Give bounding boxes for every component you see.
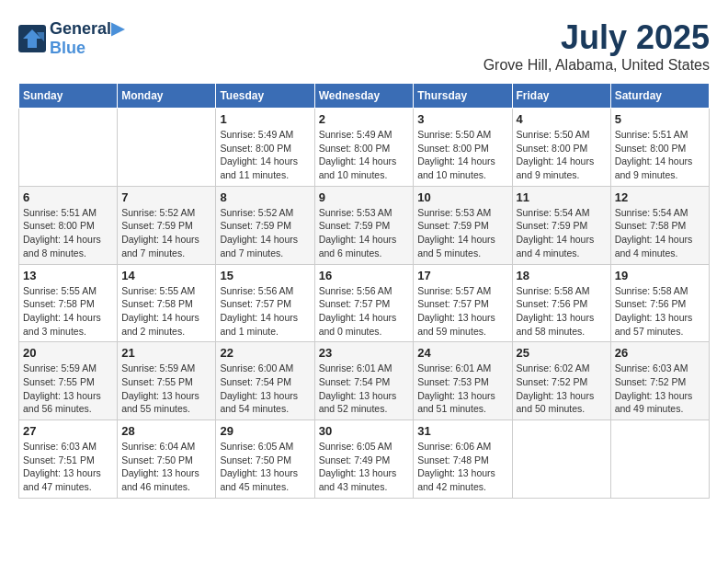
day-info: Sunrise: 5:49 AMSunset: 8:00 PMDaylight:… xyxy=(319,128,410,182)
day-info: Sunrise: 6:04 AMSunset: 7:50 PMDaylight:… xyxy=(121,440,211,494)
day-number: 31 xyxy=(417,424,507,438)
day-info: Sunrise: 6:03 AMSunset: 7:52 PMDaylight:… xyxy=(615,362,705,416)
day-number: 17 xyxy=(417,269,507,282)
calendar-cell: 14Sunrise: 5:55 AMSunset: 7:58 PMDayligh… xyxy=(118,264,216,342)
calendar-week-1: 1Sunrise: 5:49 AMSunset: 8:00 PMDaylight… xyxy=(19,109,710,187)
page-header: General▶ Blue July 2025 Grove Hill, Alab… xyxy=(18,18,710,74)
calendar-cell: 28Sunrise: 6:04 AMSunset: 7:50 PMDayligh… xyxy=(118,420,216,499)
calendar-cell: 11Sunrise: 5:54 AMSunset: 7:59 PMDayligh… xyxy=(512,186,610,264)
day-number: 21 xyxy=(121,346,211,360)
calendar-cell xyxy=(118,109,216,187)
calendar-cell: 4Sunrise: 5:50 AMSunset: 8:00 PMDaylight… xyxy=(512,109,610,187)
day-info: Sunrise: 5:52 AMSunset: 7:59 PMDaylight:… xyxy=(220,206,310,260)
col-friday: Friday xyxy=(512,84,610,109)
calendar-cell: 2Sunrise: 5:49 AMSunset: 8:00 PMDaylight… xyxy=(314,109,414,187)
calendar-week-4: 20Sunrise: 5:59 AMSunset: 7:55 PMDayligh… xyxy=(19,342,710,420)
day-info: Sunrise: 6:05 AMSunset: 7:50 PMDaylight:… xyxy=(220,440,310,494)
day-info: Sunrise: 5:59 AMSunset: 7:55 PMDaylight:… xyxy=(23,362,113,416)
location: Grove Hill, Alabama, United States xyxy=(483,57,710,74)
day-number: 10 xyxy=(417,190,507,204)
day-info: Sunrise: 5:54 AMSunset: 7:58 PMDaylight:… xyxy=(615,206,705,260)
calendar-cell: 19Sunrise: 5:58 AMSunset: 7:56 PMDayligh… xyxy=(610,264,709,342)
calendar-cell: 3Sunrise: 5:50 AMSunset: 8:00 PMDaylight… xyxy=(414,109,512,187)
calendar-cell: 24Sunrise: 6:01 AMSunset: 7:53 PMDayligh… xyxy=(414,342,512,420)
logo-text: General▶ Blue xyxy=(50,18,124,58)
day-info: Sunrise: 5:56 AMSunset: 7:57 PMDaylight:… xyxy=(220,284,310,339)
calendar-cell: 21Sunrise: 5:59 AMSunset: 7:55 PMDayligh… xyxy=(118,342,216,420)
day-number: 13 xyxy=(23,269,113,282)
day-info: Sunrise: 5:58 AMSunset: 7:56 PMDaylight:… xyxy=(517,284,607,339)
month-title: July 2025 xyxy=(483,18,710,57)
title-block: July 2025 Grove Hill, Alabama, United St… xyxy=(483,18,710,74)
calendar-cell: 17Sunrise: 5:57 AMSunset: 7:57 PMDayligh… xyxy=(414,264,512,342)
calendar-cell: 29Sunrise: 6:05 AMSunset: 7:50 PMDayligh… xyxy=(216,420,314,499)
day-number: 6 xyxy=(23,190,113,204)
day-number: 8 xyxy=(220,190,310,204)
col-monday: Monday xyxy=(118,84,216,109)
day-number: 14 xyxy=(121,269,211,282)
calendar-cell: 31Sunrise: 6:06 AMSunset: 7:48 PMDayligh… xyxy=(414,420,512,499)
calendar-cell: 9Sunrise: 5:53 AMSunset: 7:59 PMDaylight… xyxy=(314,186,414,264)
day-number: 24 xyxy=(417,346,507,360)
day-number: 20 xyxy=(23,346,113,360)
day-info: Sunrise: 5:51 AMSunset: 8:00 PMDaylight:… xyxy=(23,206,113,260)
calendar-cell: 6Sunrise: 5:51 AMSunset: 8:00 PMDaylight… xyxy=(19,186,118,264)
day-number: 22 xyxy=(220,346,310,360)
day-number: 5 xyxy=(615,112,705,126)
day-info: Sunrise: 5:55 AMSunset: 7:58 PMDaylight:… xyxy=(121,284,211,339)
col-saturday: Saturday xyxy=(610,84,709,109)
day-number: 23 xyxy=(319,346,410,360)
day-info: Sunrise: 5:58 AMSunset: 7:56 PMDaylight:… xyxy=(615,284,705,339)
day-number: 19 xyxy=(615,269,705,282)
col-tuesday: Tuesday xyxy=(216,84,314,109)
day-info: Sunrise: 6:01 AMSunset: 7:54 PMDaylight:… xyxy=(319,362,410,416)
day-info: Sunrise: 5:55 AMSunset: 7:58 PMDaylight:… xyxy=(23,284,113,339)
calendar-cell: 23Sunrise: 6:01 AMSunset: 7:54 PMDayligh… xyxy=(314,342,414,420)
calendar-table: Sunday Monday Tuesday Wednesday Thursday… xyxy=(18,83,710,499)
calendar-cell: 30Sunrise: 6:05 AMSunset: 7:49 PMDayligh… xyxy=(314,420,414,499)
day-info: Sunrise: 6:01 AMSunset: 7:53 PMDaylight:… xyxy=(417,362,507,416)
day-info: Sunrise: 5:53 AMSunset: 7:59 PMDaylight:… xyxy=(319,206,410,260)
calendar-cell xyxy=(512,420,610,499)
calendar-cell xyxy=(19,109,118,187)
day-info: Sunrise: 5:52 AMSunset: 7:59 PMDaylight:… xyxy=(121,206,211,260)
day-info: Sunrise: 5:51 AMSunset: 8:00 PMDaylight:… xyxy=(615,128,705,182)
day-number: 12 xyxy=(615,190,705,204)
day-number: 27 xyxy=(23,424,113,438)
col-wednesday: Wednesday xyxy=(314,84,414,109)
calendar-week-2: 6Sunrise: 5:51 AMSunset: 8:00 PMDaylight… xyxy=(19,186,710,264)
col-thursday: Thursday xyxy=(414,84,512,109)
day-info: Sunrise: 6:02 AMSunset: 7:52 PMDaylight:… xyxy=(517,362,607,416)
day-number: 9 xyxy=(319,190,410,204)
day-number: 3 xyxy=(417,112,507,126)
day-number: 7 xyxy=(121,190,211,204)
day-number: 30 xyxy=(319,424,410,438)
calendar-cell: 1Sunrise: 5:49 AMSunset: 8:00 PMDaylight… xyxy=(216,109,314,187)
day-info: Sunrise: 6:03 AMSunset: 7:51 PMDaylight:… xyxy=(23,440,113,494)
day-info: Sunrise: 6:06 AMSunset: 7:48 PMDaylight:… xyxy=(417,440,507,494)
day-info: Sunrise: 6:00 AMSunset: 7:54 PMDaylight:… xyxy=(220,362,310,416)
calendar-cell: 20Sunrise: 5:59 AMSunset: 7:55 PMDayligh… xyxy=(19,342,118,420)
day-info: Sunrise: 5:49 AMSunset: 8:00 PMDaylight:… xyxy=(220,128,310,182)
calendar-week-3: 13Sunrise: 5:55 AMSunset: 7:58 PMDayligh… xyxy=(19,264,710,342)
day-number: 26 xyxy=(615,346,705,360)
calendar-cell: 25Sunrise: 6:02 AMSunset: 7:52 PMDayligh… xyxy=(512,342,610,420)
day-number: 16 xyxy=(319,269,410,282)
logo-icon xyxy=(18,25,46,52)
day-info: Sunrise: 5:50 AMSunset: 8:00 PMDaylight:… xyxy=(517,128,607,182)
day-number: 4 xyxy=(517,112,607,126)
day-info: Sunrise: 5:53 AMSunset: 7:59 PMDaylight:… xyxy=(417,206,507,260)
calendar-header-row: Sunday Monday Tuesday Wednesday Thursday… xyxy=(19,84,710,109)
day-info: Sunrise: 5:59 AMSunset: 7:55 PMDaylight:… xyxy=(121,362,211,416)
day-number: 28 xyxy=(121,424,211,438)
calendar-cell: 18Sunrise: 5:58 AMSunset: 7:56 PMDayligh… xyxy=(512,264,610,342)
calendar-cell: 15Sunrise: 5:56 AMSunset: 7:57 PMDayligh… xyxy=(216,264,314,342)
calendar-cell: 16Sunrise: 5:56 AMSunset: 7:57 PMDayligh… xyxy=(314,264,414,342)
calendar-cell: 10Sunrise: 5:53 AMSunset: 7:59 PMDayligh… xyxy=(414,186,512,264)
calendar-cell: 8Sunrise: 5:52 AMSunset: 7:59 PMDaylight… xyxy=(216,186,314,264)
day-number: 25 xyxy=(517,346,607,360)
day-number: 2 xyxy=(319,112,410,126)
col-sunday: Sunday xyxy=(19,84,118,109)
day-number: 1 xyxy=(220,112,310,126)
day-info: Sunrise: 5:56 AMSunset: 7:57 PMDaylight:… xyxy=(319,284,410,339)
